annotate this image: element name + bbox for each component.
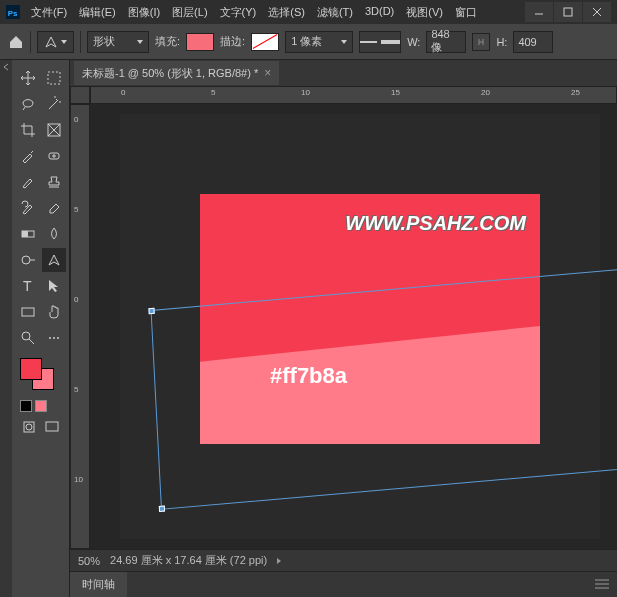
svg-rect-26	[46, 422, 58, 431]
timeline-tab[interactable]: 时间轴	[70, 572, 127, 598]
menu-filter[interactable]: 滤镜(T)	[312, 2, 358, 23]
chevron-down-icon	[61, 40, 67, 44]
horizontal-ruler[interactable]: 0 5 10 15 20 25	[90, 86, 617, 104]
edit-toolbar-button[interactable]	[42, 326, 66, 350]
panel-menu-icon[interactable]	[595, 579, 609, 591]
shape-overlay	[200, 326, 540, 444]
stroke-style-select[interactable]	[359, 31, 401, 53]
anchor-point[interactable]	[159, 505, 165, 512]
fill-label: 填充:	[155, 34, 180, 49]
menu-view[interactable]: 视图(V)	[401, 2, 448, 23]
chevron-down-icon	[137, 40, 143, 44]
canvas-viewport[interactable]: WWW.PSAHZ.COM #ff7b8a	[90, 104, 617, 549]
menu-type[interactable]: 文字(Y)	[215, 2, 262, 23]
chevron-down-icon	[341, 40, 347, 44]
home-icon[interactable]	[8, 34, 24, 50]
pen-tool-preset[interactable]	[37, 31, 74, 53]
ruler-origin[interactable]	[70, 86, 90, 104]
title-bar: Ps 文件(F) 编辑(E) 图像(I) 图层(L) 文字(Y) 选择(S) 滤…	[0, 0, 617, 24]
height-input[interactable]: 409	[513, 31, 553, 53]
svg-point-15	[22, 256, 30, 264]
vertical-ruler[interactable]: 0 5 0 5 10	[70, 104, 90, 549]
quick-mask-button[interactable]	[20, 418, 40, 438]
menu-layer[interactable]: 图层(L)	[167, 2, 212, 23]
default-colors-icon[interactable]	[20, 400, 32, 412]
menu-edit[interactable]: 编辑(E)	[74, 2, 121, 23]
svg-point-22	[53, 337, 55, 339]
history-brush-tool[interactable]	[16, 196, 40, 220]
options-bar: 形状 填充: 描边: 1 像素 W: 848 像 H: 409	[0, 24, 617, 60]
svg-rect-6	[48, 72, 60, 84]
frame-tool[interactable]	[42, 118, 66, 142]
menu-select[interactable]: 选择(S)	[263, 2, 310, 23]
close-tab-icon[interactable]: ×	[264, 66, 271, 80]
quick-mask-row	[16, 400, 65, 412]
marquee-tool[interactable]	[42, 66, 66, 90]
svg-rect-3	[564, 8, 572, 16]
toolbox: T	[12, 60, 70, 597]
path-select-tool[interactable]	[42, 274, 66, 298]
tab-bar: 未标题-1 @ 50% (形状 1, RGB/8#) * ×	[70, 60, 617, 86]
shape-rectangle-1[interactable]: WWW.PSAHZ.COM #ff7b8a	[200, 194, 540, 444]
pen-tool[interactable]	[42, 248, 66, 272]
panel-collapse-strip[interactable]	[0, 60, 12, 597]
zoom-tool[interactable]	[16, 326, 40, 350]
dodge-tool[interactable]	[16, 248, 40, 272]
close-button[interactable]	[583, 2, 611, 22]
stroke-width-select[interactable]: 1 像素	[285, 31, 353, 53]
svg-point-25	[26, 424, 32, 430]
lasso-tool[interactable]	[16, 92, 40, 116]
svg-text:T: T	[23, 278, 32, 294]
chevron-down-icon	[381, 40, 400, 44]
foreground-color[interactable]	[20, 358, 42, 380]
svg-text:Ps: Ps	[8, 9, 18, 18]
minimize-button[interactable]	[525, 2, 553, 22]
svg-line-20	[29, 339, 34, 344]
eraser-tool[interactable]	[42, 196, 66, 220]
shape-mode-select[interactable]: 形状	[87, 31, 149, 53]
width-input[interactable]: 848 像	[426, 31, 466, 53]
eyedropper-tool[interactable]	[16, 144, 40, 168]
healing-tool[interactable]	[42, 144, 66, 168]
pen-icon	[44, 35, 58, 49]
hex-code-label: #ff7b8a	[270, 363, 347, 389]
svg-rect-18	[22, 308, 34, 316]
maximize-button[interactable]	[554, 2, 582, 22]
status-bar: 50% 24.69 厘米 x 17.64 厘米 (72 ppi)	[70, 549, 617, 571]
move-tool[interactable]	[16, 66, 40, 90]
gradient-tool[interactable]	[16, 222, 40, 246]
menu-bar: 文件(F) 编辑(E) 图像(I) 图层(L) 文字(Y) 选择(S) 滤镜(T…	[26, 2, 524, 23]
document-info[interactable]: 24.69 厘米 x 17.64 厘米 (72 ppi)	[110, 553, 267, 568]
swap-colors-icon[interactable]	[35, 400, 47, 412]
crop-tool[interactable]	[16, 118, 40, 142]
blur-tool[interactable]	[42, 222, 66, 246]
chevron-right-icon[interactable]	[277, 558, 281, 564]
menu-3d[interactable]: 3D(D)	[360, 2, 399, 23]
type-tool[interactable]: T	[16, 274, 40, 298]
rectangle-tool[interactable]	[16, 300, 40, 324]
menu-image[interactable]: 图像(I)	[123, 2, 165, 23]
menu-window[interactable]: 窗口	[450, 2, 482, 23]
bottom-panel: 时间轴	[70, 571, 617, 597]
chevron-left-icon	[2, 63, 10, 71]
menu-file[interactable]: 文件(F)	[26, 2, 72, 23]
link-icon	[476, 37, 486, 47]
zoom-level[interactable]: 50%	[78, 555, 100, 567]
stroke-label: 描边:	[220, 34, 245, 49]
anchor-point[interactable]	[148, 308, 154, 315]
document-tab[interactable]: 未标题-1 @ 50% (形状 1, RGB/8#) * ×	[74, 61, 279, 85]
stroke-color-swatch[interactable]	[251, 33, 279, 51]
svg-point-21	[49, 337, 51, 339]
main-area: T 未标题-1 @ 50% (形状 1, RGB/8#) * ×	[0, 60, 617, 597]
magic-wand-tool[interactable]	[42, 92, 66, 116]
fill-color-swatch[interactable]	[186, 33, 214, 51]
screen-mode-button[interactable]	[43, 418, 63, 438]
svg-point-19	[22, 332, 30, 340]
watermark-text: WWW.PSAHZ.COM	[345, 212, 526, 235]
hand-tool[interactable]	[42, 300, 66, 324]
canvas[interactable]: WWW.PSAHZ.COM #ff7b8a	[120, 114, 600, 539]
brush-tool[interactable]	[16, 170, 40, 194]
link-wh-button[interactable]	[472, 33, 490, 51]
window-controls	[524, 2, 611, 22]
stamp-tool[interactable]	[42, 170, 66, 194]
